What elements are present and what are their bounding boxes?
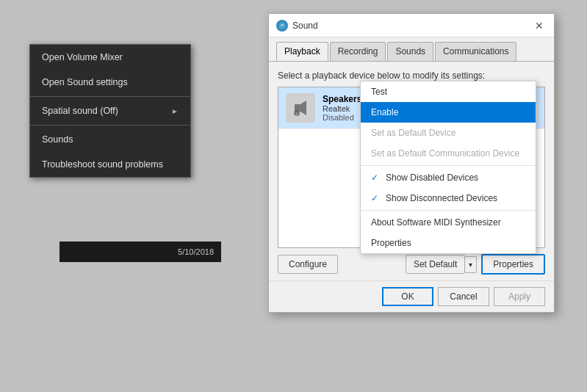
rctx-set-default-comm: Set as Default Communication Device [361,143,536,164]
taskbar-menu-sounds[interactable]: Sounds [30,127,190,152]
apply-button[interactable]: Apply [494,287,545,306]
rctx-set-default: Set as Default Device [361,123,536,143]
tab-communications-label: Communications [443,46,508,57]
taskbar-menu-open-sound-settings[interactable]: Open Sound settings [30,70,190,95]
dialog-footer-top: Configure Set Default ▾ Properties [278,254,545,275]
context-menu-separator [30,125,190,126]
set-default-arrow-button[interactable]: ▾ [465,256,477,273]
speaker-svg-icon: ↓ [290,98,311,118]
dialog-close-button[interactable]: ✕ [532,18,547,33]
sound-dialog-icon [276,20,288,32]
rctx-about-midi[interactable]: About Software MIDI Synthesizer [361,212,536,233]
taskbar-menu-label: Sounds [42,134,73,145]
check-icon: ✓ [371,193,381,203]
rctx-separator [361,210,536,211]
dialog-footer: OK Cancel Apply [269,280,554,312]
ok-button[interactable]: OK [382,287,433,306]
dialog-description: Select a playback device below to modify… [278,70,545,81]
rctx-show-disconnected[interactable]: ✓ Show Disconnected Devices [361,188,536,208]
set-default-group: Set Default ▾ [406,254,477,275]
dialog-titlebar: Sound ✕ [269,14,554,37]
context-menu-separator [30,96,190,97]
dialog-tabs: Playback Recording Sounds Communications [269,37,554,62]
taskbar-context-menu: Open Volume Mixer Open Sound settings Sp… [29,44,191,178]
device-icon: ↓ [286,93,315,123]
rctx-enable[interactable]: Enable [361,102,536,123]
dialog-title-left: Sound [276,20,318,32]
configure-button[interactable]: Configure [278,255,338,274]
tab-communications[interactable]: Communications [435,42,516,61]
rctx-show-disabled[interactable]: ✓ Show Disabled Devices [361,167,536,188]
taskbar-menu-open-volume-mixer[interactable]: Open Volume Mixer [30,45,190,70]
properties-button[interactable]: Properties [481,254,545,275]
svg-text:↓: ↓ [295,112,298,116]
tab-sounds[interactable]: Sounds [387,42,433,61]
tab-playback-label: Playback [284,46,320,57]
taskbar-strip: 5/10/2018 [60,242,221,262]
rctx-separator [361,165,536,166]
check-icon: ✓ [371,173,381,183]
svg-marker-2 [300,101,306,115]
tab-recording[interactable]: Recording [330,42,386,61]
rctx-show-disconnected-label: Show Disconnected Devices [386,193,497,203]
set-default-button[interactable]: Set Default [406,255,465,274]
submenu-arrow-icon: ► [171,107,179,115]
taskbar-menu-label: Open Sound settings [42,77,128,87]
tab-sounds-label: Sounds [395,46,425,57]
cancel-button[interactable]: Cancel [438,287,489,306]
taskbar-menu-spatial-sound[interactable]: Spatial sound (Off) ► [30,98,190,123]
device-context-menu: Test Enable Set as Default Device Set as… [360,81,536,254]
taskbar-menu-label: Troubleshoot sound problems [42,159,163,170]
taskbar-date: 5/10/2018 [178,247,214,256]
rctx-test[interactable]: Test [361,81,536,102]
dialog-title-text: Sound [292,21,318,31]
taskbar-menu-troubleshoot[interactable]: Troubleshoot sound problems [30,152,190,177]
tab-playback[interactable]: Playback [276,42,328,61]
tab-recording-label: Recording [338,46,378,57]
right-footer-buttons: Set Default ▾ Properties [406,254,545,275]
rctx-show-disabled-label: Show Disabled Devices [386,173,478,183]
taskbar-menu-label: Spatial sound (Off) [42,106,118,116]
desktop: Open Volume Mixer Open Sound settings Sp… [0,0,587,392]
rctx-properties[interactable]: Properties [361,233,536,253]
taskbar-menu-label: Open Volume Mixer [42,52,123,62]
